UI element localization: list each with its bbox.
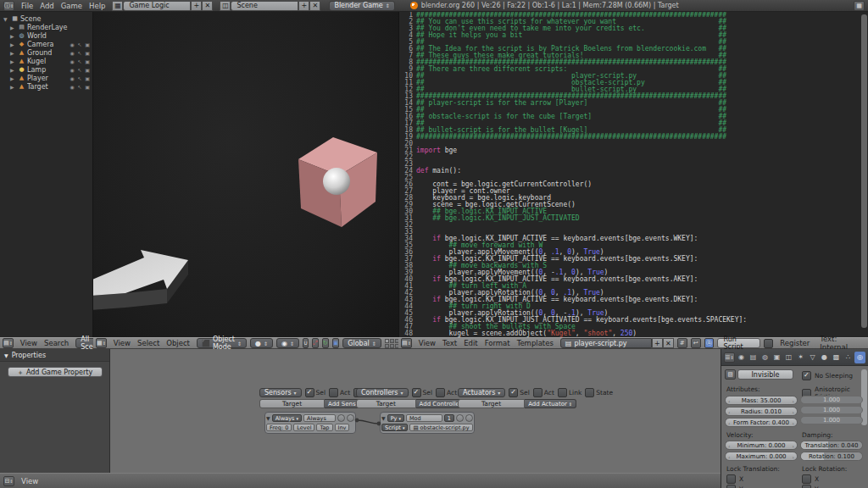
selectability-arrow-icon[interactable]: ↖ — [76, 84, 83, 90]
properties-tab-render[interactable]: ◉ — [736, 352, 747, 363]
screen-layout-add-icon[interactable]: + — [191, 1, 202, 11]
syntax-highlight-toggle-icon[interactable]: ⓐ — [704, 338, 715, 348]
scene-field[interactable]: Scene — [231, 1, 298, 11]
scene-icon[interactable]: ◫ — [220, 1, 231, 11]
collapse-icon[interactable]: ▼ — [3, 16, 9, 22]
manipulator-translate-icon[interactable]: ⤢ — [312, 338, 319, 348]
lock-translation-y-checkbox[interactable] — [726, 485, 736, 488]
mass-slider[interactable]: ‹Mass: 35.000› — [725, 396, 798, 405]
run-script-button[interactable]: Run Script — [717, 338, 760, 348]
expand-icon[interactable]: ▶ — [10, 42, 16, 47]
screen-layout-field[interactable]: Game Logic — [123, 1, 191, 11]
renderability-camera-icon[interactable]: ▣ — [84, 67, 91, 73]
selectability-arrow-icon[interactable]: ↖ — [76, 58, 83, 64]
properties-tab-texture[interactable]: ▩ — [831, 352, 842, 363]
arrow-player[interactable] — [93, 250, 188, 310]
editor-type-selector-3dview[interactable]: ▦⇕ — [96, 338, 107, 348]
velocity-maximum-slider[interactable]: ‹Maximum: 0.000› — [725, 452, 798, 461]
anisotropic-value-field[interactable]: 1.000 — [800, 406, 863, 414]
manipulator-scale-icon[interactable]: ▣ — [332, 338, 340, 348]
visibility-eye-icon[interactable]: ◉ — [69, 50, 75, 56]
expand-icon[interactable]: ▶ — [10, 25, 16, 30]
properties-tab-object[interactable]: ▣ — [771, 352, 782, 363]
selectability-arrow-icon[interactable]: ↖ — [76, 50, 83, 56]
no-sleeping-checkbox[interactable] — [802, 371, 811, 380]
texteditor-menu-format[interactable]: Format — [481, 339, 514, 347]
register-checkbox[interactable] — [764, 339, 773, 348]
outliner-item-world[interactable]: ▶◍World — [0, 31, 92, 40]
screen-layout-icon[interactable]: ▦ — [112, 1, 123, 11]
selectability-arrow-icon[interactable]: ↖ — [76, 42, 83, 47]
outliner-menu-view[interactable]: View — [17, 339, 41, 347]
visibility-eye-icon[interactable]: ◉ — [69, 75, 75, 81]
selectability-arrow-icon[interactable]: ↖ — [76, 67, 83, 73]
expand-icon[interactable]: ▶ — [10, 58, 16, 64]
screen-layout-close-icon[interactable]: ✕ — [202, 1, 213, 11]
viewport-menu-view[interactable]: View — [110, 339, 134, 347]
texteditor-menu-templates[interactable]: Templates — [514, 339, 557, 347]
code-line[interactable]: 24def main(): — [399, 168, 861, 175]
outliner-item-ground[interactable]: ▶▲Ground◉↖▣ — [0, 48, 92, 57]
outliner-item-scene[interactable]: ▼▦Scene — [0, 14, 92, 23]
layer-cell[interactable] — [385, 339, 389, 343]
manipulator-rotate-icon[interactable]: ↻ — [322, 338, 329, 348]
anisotropic-value-field[interactable]: 1.000 — [800, 416, 863, 424]
texteditor-menu-view[interactable]: View — [415, 339, 439, 347]
viewport-menu-select[interactable]: Select — [134, 339, 163, 347]
renderability-camera-icon[interactable]: ▣ — [84, 50, 91, 56]
layer-cell[interactable] — [385, 344, 389, 348]
expand-icon[interactable]: ▶ — [10, 50, 16, 56]
renderability-camera-icon[interactable]: ▣ — [84, 75, 91, 81]
editor-type-selector-text[interactable]: ▤⇕ — [401, 338, 412, 348]
scene-close-icon[interactable]: ✕ — [309, 1, 320, 11]
add-game-property-button[interactable]: ＋ Add Game Property — [8, 367, 103, 377]
layer-cell[interactable] — [390, 339, 394, 343]
velocity-minimum-slider[interactable]: ‹Minimum: 0.000› — [725, 441, 798, 450]
engine-select[interactable]: Blender Game⇕ — [329, 1, 394, 11]
code-line[interactable]: 23 — [399, 161, 861, 168]
code-line[interactable]: 19######################################… — [399, 134, 861, 141]
form-factor-slider[interactable]: ‹Form Factor: 0.400› — [725, 418, 798, 427]
outliner-item-target[interactable]: ▶▲Target◉↖▣ — [0, 82, 92, 91]
visibility-eye-icon[interactable]: ◉ — [69, 42, 75, 47]
word-wrap-toggle-icon[interactable]: ↩ — [691, 338, 701, 348]
expand-icon[interactable]: ▶ — [10, 67, 16, 73]
renderability-camera-icon[interactable]: ▣ — [84, 58, 91, 64]
editor-type-selector-outliner[interactable]: ▤⇕ — [3, 338, 14, 348]
lock-translation-x-checkbox[interactable] — [726, 474, 736, 484]
text-unlink-icon[interactable]: ✕ — [663, 338, 674, 348]
properties-tab-constraints[interactable]: ◫ — [783, 352, 794, 363]
code-line[interactable]: 48 kugel = scene.addObject("Kugel", "sho… — [399, 330, 861, 337]
mode-select[interactable]: ⬛Object Mode⇕ — [197, 338, 247, 348]
topbar-menu-help[interactable]: Help — [86, 2, 108, 10]
code-line[interactable]: 21import bge — [399, 147, 861, 154]
text-datablock-field[interactable]: ▤player-script.py — [560, 338, 652, 348]
visibility-eye-icon[interactable]: ◉ — [69, 67, 75, 73]
properties-tab-particles[interactable]: ∴ — [843, 352, 854, 363]
editor-type-selector-info[interactable]: ⓘ⇕ — [3, 1, 14, 11]
anisotropic-value-field[interactable]: 1.000 — [800, 396, 863, 404]
properties-tab-object-data[interactable]: ▽ — [807, 352, 818, 363]
topbar-menu-game[interactable]: Game — [58, 2, 86, 10]
line-numbers-toggle-icon[interactable]: # — [677, 338, 687, 348]
cube-target[interactable] — [298, 137, 377, 227]
renderability-camera-icon[interactable]: ▣ — [84, 84, 91, 90]
layer-cell[interactable] — [390, 344, 394, 348]
properties-tab-material[interactable]: ● — [819, 352, 830, 363]
editor-type-selector-logic[interactable]: ⊟⇕ — [3, 476, 14, 486]
editor-type-selector-properties[interactable]: ☰⇕ — [724, 352, 735, 363]
damping-rotation-slider[interactable]: Rotation: 0.100 — [800, 452, 863, 461]
code-line[interactable]: 20 — [399, 141, 861, 147]
outliner-item-renderlaye[interactable]: ▶▤RenderLaye — [0, 23, 92, 31]
lock-rotation-y-checkbox[interactable] — [802, 485, 811, 488]
properties-tab-physics[interactable]: ◎ — [854, 352, 865, 363]
texteditor-menu-text[interactable]: Text — [439, 339, 460, 347]
outliner-menu-search[interactable]: Search — [41, 339, 72, 347]
properties-tab-world[interactable]: ◍ — [760, 352, 771, 363]
texteditor-scrollbar[interactable] — [861, 14, 867, 328]
logic-editor-canvas[interactable]: Sensors▾ SelActLinkState Target Add Sens… — [110, 349, 721, 473]
texteditor-menu-edit[interactable]: Edit — [460, 339, 481, 347]
code-line[interactable]: 32 — [399, 222, 861, 229]
properties-panel-header[interactable]: ▼Properties — [0, 349, 109, 362]
pivot-point-select[interactable]: ◉⇕ — [276, 338, 299, 348]
